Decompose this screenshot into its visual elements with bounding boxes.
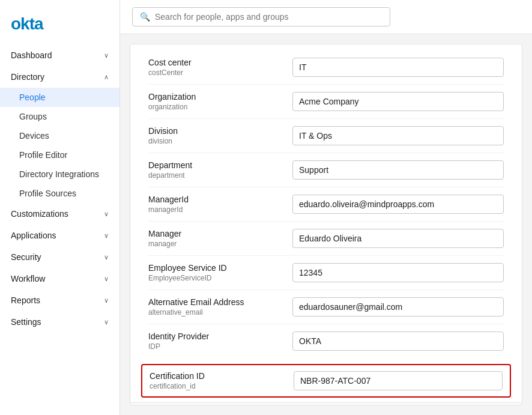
sidebar-item-applications[interactable]: Applications ∨ bbox=[0, 225, 119, 246]
sidebar: okta Dashboard ∨ Directory ∧ People Grou… bbox=[0, 0, 120, 415]
field-sublabel: department bbox=[148, 171, 292, 180]
form-row-department: Department department bbox=[148, 153, 504, 187]
form-row-employee-service-id: Employee Service ID EmployeeServiceID bbox=[148, 256, 504, 290]
okta-logo-area: okta bbox=[0, 6, 119, 44]
chevron-down-icon: ∨ bbox=[104, 275, 109, 283]
form-row-division: Division division bbox=[148, 119, 504, 153]
field-label-group: Certification ID certification_id bbox=[150, 371, 294, 390]
form-row-identity-provider: Identity Provider IDP bbox=[148, 324, 504, 358]
field-label: Organization bbox=[148, 92, 292, 101]
sidebar-item-label: Applications bbox=[11, 231, 56, 240]
field-label-group: Cost center costCenter bbox=[148, 58, 292, 77]
department-input[interactable] bbox=[292, 160, 504, 180]
sidebar-item-security[interactable]: Security ∨ bbox=[0, 246, 119, 268]
field-sublabel: division bbox=[148, 137, 292, 145]
sidebar-item-reports[interactable]: Reports ∨ bbox=[0, 289, 119, 311]
field-label-group: Department department bbox=[148, 160, 292, 180]
field-label: Division bbox=[148, 126, 292, 136]
form-area: Cost center costCenter Organization orga… bbox=[130, 44, 522, 405]
chevron-down-icon: ∨ bbox=[104, 318, 109, 326]
sidebar-item-label: Settings bbox=[11, 317, 41, 327]
field-label-group: Manager manager bbox=[148, 229, 292, 248]
field-sublabel: EmployeeServiceID bbox=[148, 274, 292, 282]
cost-center-input[interactable] bbox=[292, 58, 504, 77]
search-icon: 🔍 bbox=[140, 12, 150, 22]
sidebar-item-customizations[interactable]: Customizations ∨ bbox=[0, 203, 119, 225]
chevron-down-icon: ∨ bbox=[104, 52, 109, 59]
search-bar[interactable]: 🔍 bbox=[132, 7, 390, 26]
field-sublabel: IDP bbox=[148, 342, 292, 351]
sidebar-item-settings[interactable]: Settings ∨ bbox=[0, 311, 119, 333]
sidebar-subitem-people[interactable]: People bbox=[0, 88, 119, 107]
field-sublabel: manager bbox=[148, 240, 292, 248]
alternative-email-input[interactable] bbox=[292, 297, 504, 317]
chevron-down-icon: ∨ bbox=[104, 297, 109, 304]
field-label-group: Identity Provider IDP bbox=[148, 332, 292, 351]
sidebar-item-label: Customizations bbox=[11, 209, 68, 219]
form-row-certification-id: Certification ID certification_id bbox=[142, 365, 510, 396]
identity-provider-input[interactable] bbox=[292, 332, 504, 351]
certification-id-input[interactable] bbox=[294, 371, 503, 390]
chevron-down-icon: ∨ bbox=[104, 232, 109, 240]
form-footer: Save Cancel bbox=[130, 402, 522, 405]
sidebar-subitem-profile-editor[interactable]: Profile Editor bbox=[0, 145, 119, 165]
field-sublabel: managerId bbox=[148, 205, 292, 214]
field-label-group: Employee Service ID EmployeeServiceID bbox=[148, 263, 292, 282]
division-input[interactable] bbox=[292, 126, 504, 145]
sidebar-item-label: Workflow bbox=[11, 274, 45, 283]
sidebar-item-dashboard[interactable]: Dashboard ∨ bbox=[0, 44, 119, 66]
form-row-cost-center: Cost center costCenter bbox=[148, 50, 504, 85]
sidebar-item-label: Dashboard bbox=[11, 50, 52, 60]
field-sublabel: certification_id bbox=[150, 382, 294, 390]
form-row-alternative-email: Alternative Email Address alternative_em… bbox=[148, 290, 504, 324]
field-label: Department bbox=[148, 160, 292, 170]
sidebar-item-workflow[interactable]: Workflow ∨ bbox=[0, 268, 119, 289]
sidebar-item-directory[interactable]: Directory ∧ bbox=[0, 66, 119, 88]
field-label-group: Division division bbox=[148, 126, 292, 145]
field-label-group: Alternative Email Address alternative_em… bbox=[148, 297, 292, 317]
sidebar-item-label: Security bbox=[11, 252, 41, 262]
form-row-organization: Organization organization bbox=[148, 85, 504, 119]
employee-service-id-input[interactable] bbox=[292, 263, 504, 282]
okta-logo: okta bbox=[11, 14, 43, 34]
manager-id-input[interactable] bbox=[292, 195, 504, 214]
sidebar-subitem-groups[interactable]: Groups bbox=[0, 107, 119, 126]
form-row-manager: Manager manager bbox=[148, 222, 504, 256]
field-label-group: Organization organization bbox=[148, 92, 292, 111]
chevron-down-icon: ∨ bbox=[104, 210, 109, 218]
field-label-group: ManagerId managerId bbox=[148, 195, 292, 214]
sidebar-subitem-devices[interactable]: Devices bbox=[0, 126, 119, 145]
certification-id-highlighted-wrapper: Certification ID certification_id bbox=[141, 364, 511, 398]
field-label: ManagerId bbox=[148, 195, 292, 204]
field-label: Cost center bbox=[148, 58, 292, 67]
chevron-up-icon: ∧ bbox=[104, 73, 109, 81]
form-fields: Cost center costCenter Organization orga… bbox=[130, 44, 522, 364]
field-sublabel: alternative_email bbox=[148, 308, 292, 317]
form-row-manager-id: ManagerId managerId bbox=[148, 187, 504, 222]
main-content: 🔍 Cost center costCenter Organization or… bbox=[120, 0, 532, 415]
field-label: Manager bbox=[148, 229, 292, 238]
field-label: Alternative Email Address bbox=[148, 297, 292, 307]
topbar: 🔍 bbox=[120, 0, 532, 34]
organization-input[interactable] bbox=[292, 92, 504, 111]
field-label: Certification ID bbox=[150, 371, 294, 381]
manager-input[interactable] bbox=[292, 229, 504, 248]
sidebar-subitem-profile-sources[interactable]: Profile Sources bbox=[0, 184, 119, 203]
field-label: Identity Provider bbox=[148, 332, 292, 341]
chevron-down-icon: ∨ bbox=[104, 253, 109, 261]
field-sublabel: organization bbox=[148, 103, 292, 111]
field-sublabel: costCenter bbox=[148, 68, 292, 77]
sidebar-item-label: Reports bbox=[11, 295, 40, 305]
sidebar-item-label: Directory bbox=[11, 72, 44, 82]
sidebar-subitem-directory-integrations[interactable]: Directory Integrations bbox=[0, 165, 119, 184]
field-label: Employee Service ID bbox=[148, 263, 292, 273]
search-input[interactable] bbox=[155, 12, 382, 22]
